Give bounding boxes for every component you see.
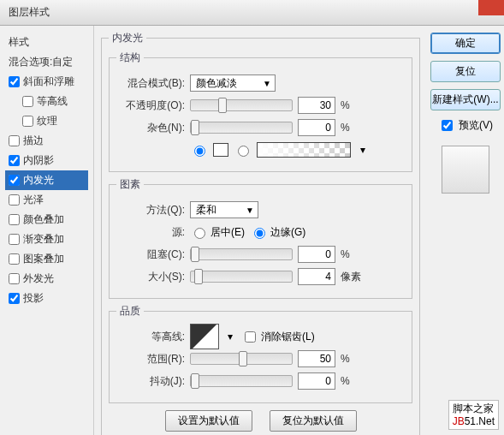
noise-field[interactable] <box>298 119 335 136</box>
style-item-10[interactable]: 外发光 <box>5 269 88 289</box>
choke-field[interactable] <box>298 246 335 263</box>
style-checkbox[interactable] <box>9 76 20 87</box>
structure-legend: 结构 <box>116 51 144 65</box>
titlebar[interactable]: 图层样式 <box>0 0 504 26</box>
new-style-button[interactable]: 新建样式(W)... <box>430 89 501 110</box>
style-label: 斜面和浮雕 <box>23 74 74 89</box>
style-label: 渐变叠加 <box>23 232 64 247</box>
style-label: 外发光 <box>23 271 54 286</box>
source-edge-radio[interactable]: 边缘(G) <box>250 225 305 240</box>
style-checkbox[interactable] <box>9 175 20 186</box>
jitter-slider[interactable] <box>190 375 293 387</box>
style-item-6[interactable]: 光泽 <box>5 190 88 210</box>
preview-swatch <box>442 146 489 194</box>
cancel-button[interactable]: 复位 <box>430 61 501 82</box>
panel-title: 内发光 <box>109 31 146 45</box>
style-item-1[interactable]: 等高线 <box>5 92 88 111</box>
make-default-button[interactable]: 设置为默认值 <box>165 410 252 432</box>
style-label: 内阴影 <box>23 153 54 168</box>
noise-unit: % <box>341 122 350 134</box>
style-item-4[interactable]: 内阴影 <box>5 151 88 170</box>
opacity-label: 不透明度(O): <box>116 98 185 113</box>
style-item-0[interactable]: 斜面和浮雕 <box>5 72 88 92</box>
style-checkbox[interactable] <box>22 116 33 127</box>
style-item-5[interactable]: 内发光 <box>5 170 88 190</box>
window-title: 图层样式 <box>9 6 50 18</box>
styles-sidebar: 样式 混合选项:自定 斜面和浮雕等高线纹理描边内阴影内发光光泽颜色叠加渐变叠加图… <box>0 26 94 435</box>
chevron-down-icon[interactable]: ▾ <box>224 331 236 343</box>
style-checkbox[interactable] <box>9 253 20 265</box>
preview-checkbox[interactable]: 预览(V) <box>438 117 493 134</box>
blend-mode-label: 混合模式(B): <box>116 76 185 91</box>
chevron-down-icon[interactable]: ▾ <box>356 144 370 156</box>
inner-glow-fieldset: 内发光 结构 混合模式(B): 颜色减淡 不透明度(O): % 杂色(N): <box>101 31 420 435</box>
styles-header[interactable]: 样式 <box>5 33 88 52</box>
opacity-slider[interactable] <box>190 99 293 111</box>
dialog-buttons: 确定 复位 新建样式(W)... 预览(V) <box>427 26 504 435</box>
style-label: 光泽 <box>23 193 44 207</box>
elements-legend: 图素 <box>116 177 144 192</box>
source-center-radio[interactable]: 居中(E) <box>190 225 245 240</box>
style-label: 描边 <box>23 134 44 148</box>
noise-slider[interactable] <box>190 122 293 134</box>
range-field[interactable] <box>298 350 335 367</box>
style-item-7[interactable]: 颜色叠加 <box>5 210 88 229</box>
style-item-3[interactable]: 描边 <box>5 131 88 151</box>
color-gradient-radio[interactable] <box>238 146 249 157</box>
structure-group: 结构 混合模式(B): 颜色减淡 不透明度(O): % 杂色(N): <box>109 51 412 172</box>
close-icon[interactable] <box>478 0 504 15</box>
range-label: 范围(R): <box>116 352 185 366</box>
source-label: 源: <box>116 225 185 240</box>
style-item-11[interactable]: 投影 <box>5 289 88 308</box>
style-item-9[interactable]: 图案叠加 <box>5 249 88 269</box>
choke-label: 阻塞(C): <box>116 247 185 262</box>
size-label: 大小(S): <box>116 270 185 284</box>
antialias-checkbox[interactable]: 消除锯齿(L) <box>241 329 315 345</box>
color-solid-radio[interactable] <box>194 146 205 157</box>
style-checkbox[interactable] <box>22 96 33 107</box>
style-checkbox[interactable] <box>9 234 20 245</box>
watermark: 脚本之家 JB51.Net <box>448 400 499 430</box>
effect-panel: 内发光 结构 混合模式(B): 颜色减淡 不透明度(O): % 杂色(N): <box>94 26 427 435</box>
style-checkbox[interactable] <box>9 214 20 225</box>
noise-label: 杂色(N): <box>116 121 185 135</box>
layer-style-dialog: 图层样式 样式 混合选项:自定 斜面和浮雕等高线纹理描边内阴影内发光光泽颜色叠加… <box>0 0 504 435</box>
contour-picker[interactable] <box>190 324 219 349</box>
style-item-2[interactable]: 纹理 <box>5 111 88 131</box>
quality-group: 品质 等高线: ▾ 消除锯齿(L) 范围(R): % 抖动(J): <box>109 304 412 403</box>
range-slider[interactable] <box>190 353 293 365</box>
contour-label: 等高线: <box>116 330 185 344</box>
blend-mode-select[interactable]: 颜色减淡 <box>190 74 276 92</box>
choke-slider[interactable] <box>190 248 293 260</box>
style-item-8[interactable]: 渐变叠加 <box>5 229 88 249</box>
jitter-label: 抖动(J): <box>116 374 185 389</box>
size-field[interactable] <box>298 268 335 285</box>
elements-group: 图素 方法(Q): 柔和 源: 居中(E) 边缘(G) 阻塞(C): <box>109 177 412 299</box>
opacity-unit: % <box>341 99 350 111</box>
method-select[interactable]: 柔和 <box>190 201 258 218</box>
blending-options[interactable]: 混合选项:自定 <box>5 52 88 72</box>
style-label: 投影 <box>23 291 44 306</box>
color-swatch[interactable] <box>213 143 228 157</box>
style-checkbox[interactable] <box>9 273 20 284</box>
style-label: 纹理 <box>37 114 57 128</box>
style-checkbox[interactable] <box>9 135 20 146</box>
style-label: 内发光 <box>23 173 54 188</box>
style-checkbox[interactable] <box>9 293 20 304</box>
opacity-field[interactable] <box>298 97 335 114</box>
style-label: 图案叠加 <box>23 252 64 266</box>
quality-legend: 品质 <box>116 304 144 319</box>
gradient-picker[interactable] <box>257 142 351 158</box>
jitter-field[interactable] <box>298 372 335 390</box>
method-label: 方法(Q): <box>116 203 185 218</box>
style-checkbox[interactable] <box>9 155 20 166</box>
style-label: 颜色叠加 <box>23 212 64 227</box>
style-checkbox[interactable] <box>9 194 20 206</box>
style-label: 等高线 <box>37 94 68 109</box>
size-slider[interactable] <box>190 271 293 283</box>
reset-default-button[interactable]: 复位为默认值 <box>270 410 357 432</box>
ok-button[interactable]: 确定 <box>430 33 501 54</box>
